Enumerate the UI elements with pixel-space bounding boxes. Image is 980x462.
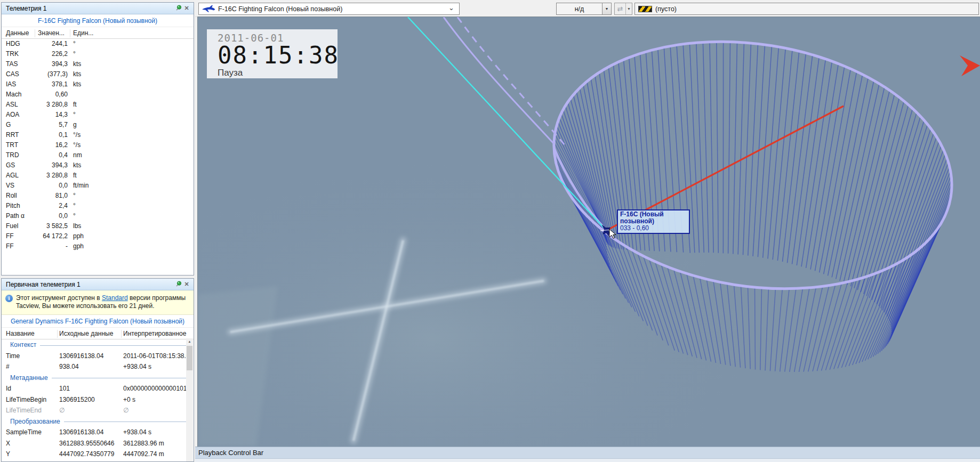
telemetry-object-link[interactable]: F-16C Fighting Falcon (Новый позывной) <box>38 17 157 25</box>
telemetry-row[interactable]: AOA14,3° <box>2 110 194 120</box>
empty-selector-value: (пусто) <box>655 5 677 13</box>
telemetry-row[interactable]: RRT0,1°/s <box>2 130 194 140</box>
row-name: Y <box>6 450 10 458</box>
primary-row[interactable]: Z2804251.151370672804251.15 m <box>2 460 194 462</box>
telemetry-row[interactable]: Pitch2,4° <box>2 201 194 211</box>
row-name: AOA <box>6 111 19 118</box>
column-header[interactable]: Исходные данные <box>59 330 113 337</box>
column-header[interactable]: Данные <box>6 29 29 37</box>
scrollbar-thumb[interactable] <box>187 346 192 370</box>
row-unit: °/s <box>73 141 81 149</box>
telemetry-row[interactable]: ASL3 280,8ft <box>2 100 194 110</box>
swap-objects-button[interactable]: ⇄ ▼ <box>614 3 632 15</box>
row-unit: ° <box>73 202 76 209</box>
row-value: 244,1 <box>31 40 68 47</box>
vertical-scrollbar[interactable]: ▲ <box>186 338 193 461</box>
telemetry-row[interactable]: TRT16,2°/s <box>2 140 194 150</box>
primary-row[interactable]: Id1010x0000000000000101 <box>2 383 194 394</box>
column-header[interactable]: Значен... <box>38 29 65 37</box>
primary-row[interactable]: LifeTimeEnd∅∅ <box>2 405 194 416</box>
telemetry-row[interactable]: Roll81,0° <box>2 191 194 201</box>
row-unit: kts <box>73 161 81 169</box>
telemetry-row[interactable]: G5,7g <box>2 120 194 130</box>
info-icon: i <box>5 295 13 302</box>
row-value: 3 582,5 <box>31 222 68 230</box>
row-name: TRD <box>6 151 19 159</box>
telemetry-row[interactable]: AGL3 280,8ft <box>2 171 194 181</box>
row-value: - <box>31 242 68 250</box>
telemetry-row[interactable]: Mach0,60 <box>2 90 194 100</box>
row-name: LifeTimeBegin <box>6 396 46 403</box>
row-value: 0,1 <box>31 131 68 139</box>
pin-panel-button[interactable] <box>174 280 182 289</box>
telemetry-row[interactable]: VS0,0ft/min <box>2 181 194 191</box>
row-value: (377,3) <box>31 70 68 78</box>
primary-row[interactable]: X3612883.955506463612883.96 m <box>2 438 194 449</box>
playback-control-bar[interactable]: Playback Control Bar <box>195 447 980 462</box>
row-unit: kts <box>73 80 81 88</box>
primary-row[interactable]: #938.04+938.04 s <box>2 361 194 372</box>
row-name: SampleTime <box>6 428 42 436</box>
telemetry-row[interactable]: FF64 172,2pph <box>2 231 194 241</box>
row-name: AGL <box>6 172 19 179</box>
row-raw-value: ∅ <box>59 407 65 414</box>
telemetry-row[interactable]: CAS(377,3)kts <box>2 69 194 79</box>
secondary-object-selector[interactable]: н/д ▼ <box>556 3 612 15</box>
pin-panel-button[interactable] <box>174 4 182 13</box>
row-interpreted-value: 4447092.74 m <box>123 450 188 458</box>
row-unit: g <box>73 121 77 128</box>
telemetry-row[interactable]: TRK226,2° <box>2 49 194 59</box>
primary-row[interactable]: SampleTime1306916138.04+938.04 s <box>2 427 194 438</box>
close-panel-button[interactable]: ✕ <box>182 280 191 289</box>
column-header[interactable]: Интерпретированное <box>123 330 186 337</box>
tooltip-heading-mach: 033 - 0,60 <box>620 225 687 232</box>
group-label: Преобразование <box>10 418 60 425</box>
row-unit: nm <box>73 151 82 159</box>
aircraft-tooltip: F-16C (Новый позывной) 033 - 0,60 <box>617 209 690 234</box>
telemetry-row[interactable]: GS394,3kts <box>2 160 194 171</box>
primary-row[interactable]: Y4447092.743507794447092.74 m <box>2 449 194 460</box>
empty-object-selector[interactable]: (пусто) <box>634 3 979 15</box>
telemetry-row[interactable]: Path α0,0° <box>2 211 194 221</box>
close-icon: ✕ <box>184 281 189 288</box>
telemetry-row[interactable]: TAS394,3kts <box>2 59 194 69</box>
telemetry-row[interactable]: FF-gph <box>2 241 194 252</box>
object-selector[interactable]: F-16C Fighting Falcon (Новый позывной) ⌄ <box>198 3 460 15</box>
row-name: TAS <box>6 60 18 68</box>
row-unit: kts <box>73 70 81 78</box>
row-value: 16,2 <box>31 141 68 149</box>
row-unit: °/s <box>73 131 81 139</box>
telemetry-row[interactable]: IAS378,1kts <box>2 79 194 90</box>
primary-row[interactable]: Time1306916138.042011-06-01T08:15:38.0 <box>2 351 194 362</box>
pin-icon <box>175 281 182 288</box>
primary-object-link[interactable]: General Dynamics F-16C Fighting Falcon (… <box>11 318 184 325</box>
standard-edition-link[interactable]: Standard <box>102 294 128 302</box>
telemetry-panel-titlebar[interactable]: Телеметрия 1 ✕ <box>2 3 194 14</box>
telemetry-row[interactable]: HDG244,1° <box>2 39 194 49</box>
telemetry-row[interactable]: Fuel3 582,5lbs <box>2 221 194 231</box>
column-header[interactable]: Един... <box>73 29 93 37</box>
row-interpreted-value: 3612883.96 m <box>123 440 188 447</box>
row-unit: ft <box>73 101 77 108</box>
primary-panel-titlebar[interactable]: Первичная телеметрия 1 ✕ <box>2 279 194 290</box>
telemetry-row[interactable]: TRD0,4nm <box>2 150 194 160</box>
hazard-stripes-icon <box>638 6 652 12</box>
row-interpreted-value: ∅ <box>123 407 188 414</box>
3d-view[interactable]: 2011-06-01 08:15:38 Пауза F-16C (Новый п… <box>198 17 980 447</box>
scroll-up-icon[interactable]: ▲ <box>186 338 193 345</box>
row-unit: ° <box>73 111 76 118</box>
trial-notice: i Этот инструмент доступен в Standard ве… <box>2 290 194 315</box>
row-name: Time <box>6 352 20 360</box>
close-panel-button[interactable]: ✕ <box>182 4 191 13</box>
telemetry-table-header[interactable]: Данные Значен... Един... <box>2 27 194 39</box>
column-header[interactable]: Название <box>6 330 35 337</box>
row-name: FF <box>6 242 14 250</box>
row-name: IAS <box>6 80 16 88</box>
row-value: 394,3 <box>31 161 68 169</box>
row-raw-value: 1306916138.04 <box>59 428 103 436</box>
primary-table-header[interactable]: Название Исходные данные Интерпретирован… <box>2 328 194 339</box>
primary-row[interactable]: LifeTimeBegin1306915200+0 s <box>2 394 194 406</box>
row-name: GS <box>6 161 15 169</box>
telemetry-table: HDG244,1°TRK226,2°TAS394,3ktsCAS(377,3)k… <box>2 39 194 252</box>
row-name: Roll <box>6 192 17 199</box>
